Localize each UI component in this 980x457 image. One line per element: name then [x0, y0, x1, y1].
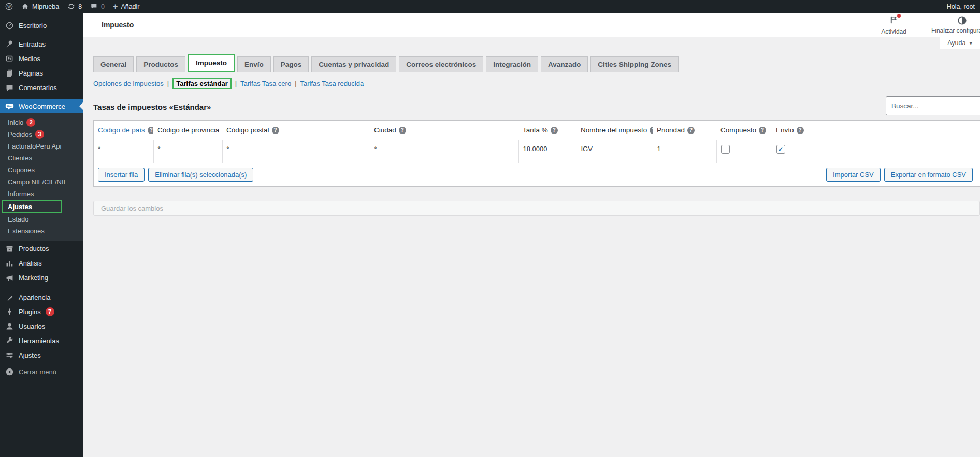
submenu-item-campo-nif[interactable]: Campo NIF/CIF/NIE — [0, 176, 83, 188]
help-icon[interactable] — [222, 127, 222, 134]
submenu-label: Clientes — [8, 154, 32, 162]
submenu-item-extensiones[interactable]: Extensiones — [0, 225, 83, 237]
help-icon[interactable] — [399, 127, 406, 134]
site-name-menu[interactable]: Miprueba — [21, 3, 59, 10]
sidebar-item-label: WooCommerce — [19, 102, 65, 110]
column-header-compound: Compuesto — [716, 121, 772, 140]
sidebar-item-label: Usuarios — [19, 322, 45, 330]
sidebar-item-label: Comentarios — [19, 84, 57, 92]
export-csv-button[interactable]: Exportar en formato CSV — [884, 168, 973, 182]
tab-cuentas-privacidad[interactable]: Cuentas y privacidad — [311, 56, 396, 72]
tax-rates-panel: Código de país Código de provincia Códig… — [93, 120, 980, 187]
sidebar-item-analisis[interactable]: Análisis — [0, 256, 83, 270]
my-account-menu[interactable]: Hola, root — [947, 3, 975, 10]
sidebar-item-woocommerce[interactable]: Woo WooCommerce — [0, 99, 83, 113]
finish-setup-button[interactable]: Finalizar configuración — [931, 16, 980, 34]
sidebar-item-usuarios[interactable]: Usuarios — [0, 319, 83, 333]
help-icon[interactable] — [687, 127, 695, 134]
subnav-tarifas-estandar-current[interactable]: Tarifas estándar — [172, 78, 231, 89]
submenu-item-inicio[interactable]: Inicio 2 — [0, 116, 83, 128]
page-header: Impuesto Actividad Finalizar configuraci… — [83, 13, 980, 37]
sidebar-item-label: Plugins — [19, 308, 41, 316]
cell-postcode[interactable]: * — [222, 140, 370, 163]
svg-text:W: W — [7, 5, 11, 9]
shipping-checkbox[interactable] — [776, 145, 785, 154]
sidebar-item-paginas[interactable]: Páginas — [0, 66, 83, 80]
comments-menu[interactable]: 0 — [90, 3, 105, 10]
cell-priority[interactable]: 1 — [653, 140, 716, 163]
cell-tax-name[interactable]: IGV — [577, 140, 653, 163]
tab-envio[interactable]: Envío — [237, 56, 271, 72]
column-header-priority: Prioridad — [653, 121, 716, 140]
submenu-item-cupones[interactable]: Cupones — [0, 164, 83, 176]
save-changes-button[interactable]: Guardar los cambios — [93, 201, 980, 216]
delete-selected-rows-button[interactable]: Eliminar fila(s) seleccionada(s) — [148, 168, 253, 182]
tab-impuesto-active[interactable]: Impuesto — [188, 54, 235, 72]
pages-icon — [5, 69, 14, 78]
tab-avanzado[interactable]: Avanzado — [541, 56, 588, 72]
updates-icon — [67, 3, 75, 10]
sidebar-item-entradas[interactable]: Entradas — [0, 37, 83, 51]
collapse-menu-button[interactable]: Cerrar menú — [0, 364, 83, 379]
section-head: Tasas de impuestos «Estándar» — [83, 96, 980, 115]
count-badge: 7 — [46, 307, 54, 316]
sidebar-item-herramientas[interactable]: Herramientas — [0, 333, 83, 348]
help-icon[interactable] — [148, 127, 153, 134]
tab-pagos[interactable]: Pagos — [273, 56, 309, 72]
search-input[interactable] — [886, 96, 980, 115]
wordpress-logo[interactable]: W — [5, 3, 13, 10]
media-icon — [5, 54, 14, 63]
subnav-opciones-impuestos[interactable]: Opciones de impuestos — [93, 80, 164, 87]
sidebar-item-apariencia[interactable]: Apariencia — [0, 290, 83, 304]
tab-cities-shipping-zones[interactable]: Cities Shipping Zones — [590, 56, 679, 72]
help-icon[interactable] — [272, 127, 279, 134]
tab-correos[interactable]: Correos electrónicos — [399, 56, 483, 72]
tab-productos[interactable]: Productos — [136, 56, 185, 72]
submenu-item-estado[interactable]: Estado — [0, 213, 83, 225]
cell-country-code[interactable]: * — [94, 140, 153, 163]
submenu-item-ajustes-current[interactable]: Ajustes — [2, 200, 62, 213]
updates-menu[interactable]: 8 — [67, 3, 82, 10]
sidebar-item-productos[interactable]: Productos — [0, 241, 83, 256]
bar-chart-icon — [5, 259, 14, 268]
cell-city[interactable]: * — [370, 140, 518, 163]
cell-rate[interactable]: 18.0000 — [518, 140, 577, 163]
submenu-item-informes[interactable]: Informes — [0, 188, 83, 200]
sidebar-item-marketing[interactable]: Marketing — [0, 270, 83, 285]
admin-bar: W Miprueba 8 0 + Añadir Hola, root — [0, 0, 980, 13]
import-csv-button[interactable]: Importar CSV — [826, 168, 881, 182]
submenu-label: Extensiones — [8, 227, 45, 235]
sidebar-item-comentarios[interactable]: Comentarios — [0, 80, 83, 95]
subnav-tarifas-tasa-cero[interactable]: Tarifas Tasa cero — [240, 80, 291, 87]
sidebar-item-plugins[interactable]: Plugins 7 — [0, 304, 83, 319]
tab-integracion[interactable]: Integración — [486, 56, 538, 72]
compound-checkbox[interactable] — [721, 145, 730, 154]
subnav-separator: | — [295, 80, 296, 87]
cell-state-code[interactable]: * — [153, 140, 222, 163]
submenu-item-facturaloperu-api[interactable]: FacturaloPeru Api — [0, 140, 83, 152]
subnav-tarifas-tasa-reducida[interactable]: Tarifas Tasa reducida — [300, 80, 364, 87]
count-badge: 3 — [35, 130, 44, 139]
column-header-tax-name: Nombre del impuesto — [577, 121, 653, 140]
sidebar-item-medios[interactable]: Medios — [0, 51, 83, 66]
home-icon — [21, 3, 29, 10]
page-title: Impuesto — [102, 21, 134, 29]
help-icon[interactable] — [551, 127, 558, 134]
add-new-menu[interactable]: + Añadir — [113, 3, 139, 11]
help-button[interactable]: Ayuda — [940, 37, 980, 49]
help-icon[interactable] — [759, 127, 766, 134]
sidebar-item-label: Marketing — [19, 274, 48, 282]
activity-button[interactable]: Actividad — [881, 15, 906, 35]
sidebar-item-escritorio[interactable]: Escritorio — [0, 18, 83, 33]
submenu-item-pedidos[interactable]: Pedidos 3 — [0, 128, 83, 140]
column-header-postcode: Código postal — [222, 121, 370, 140]
products-box-icon — [5, 244, 14, 253]
insert-row-button[interactable]: Insertar fila — [98, 168, 145, 182]
help-icon[interactable] — [797, 127, 804, 134]
column-header-country-code[interactable]: Código de país — [94, 121, 153, 140]
tab-general[interactable]: General — [93, 56, 134, 72]
sidebar-item-ajustes-generales[interactable]: Ajustes — [0, 348, 83, 362]
help-icon[interactable] — [650, 127, 653, 134]
table-header-row: Código de país Código de provincia Códig… — [94, 121, 980, 140]
submenu-item-clientes[interactable]: Clientes — [0, 152, 83, 164]
